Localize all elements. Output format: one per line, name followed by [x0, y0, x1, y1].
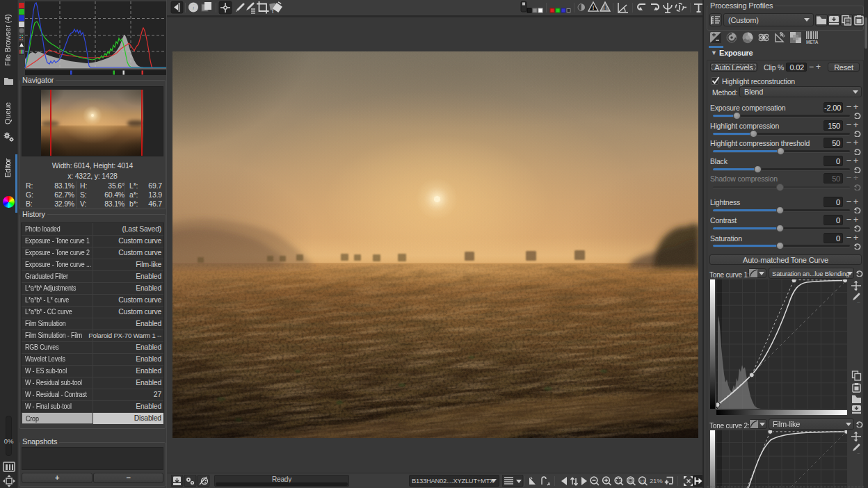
svg-text:!: !: [604, 4, 606, 11]
svg-text:21%: 21%: [650, 477, 663, 485]
svg-text:...: ...: [857, 300, 860, 304]
svg-text:META: META: [806, 40, 819, 44]
svg-text:1:1: 1:1: [640, 479, 646, 483]
svg-text:...: ...: [857, 450, 860, 455]
svg-text:!: !: [593, 4, 595, 11]
